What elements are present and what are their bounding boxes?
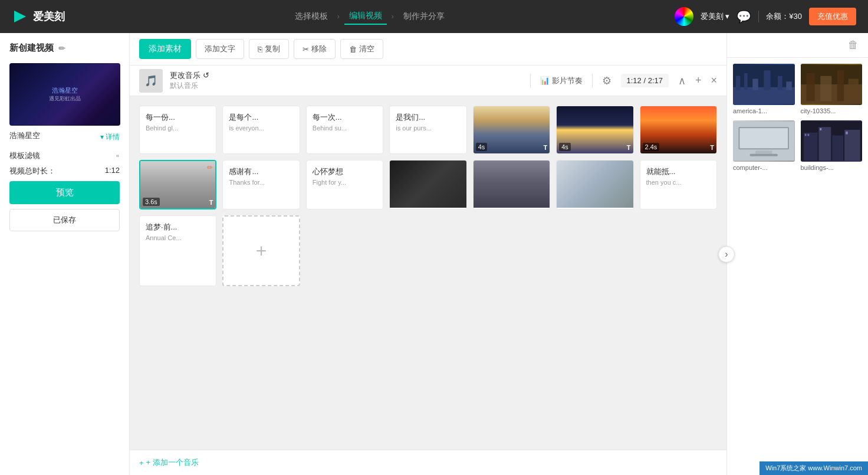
clip-card-13[interactable]	[556, 160, 633, 209]
music-subtitle: 默认音乐	[170, 81, 523, 91]
nav-arrow-2: ›	[392, 12, 394, 21]
avatar	[675, 7, 693, 26]
clip-text-4: 是我们... is our purs...	[390, 106, 466, 137]
filter-icon[interactable]: ⁌	[116, 152, 120, 160]
clip-en-3: Behind su...	[313, 125, 377, 132]
beat-button[interactable]: 📊 影片节奏	[540, 76, 583, 86]
clip-card-12[interactable]	[473, 160, 550, 209]
clip-card-14[interactable]: 就能抵... then you c...	[640, 160, 717, 209]
chevron-up-icon[interactable]: ∧	[678, 74, 686, 87]
clip-card-3[interactable]: 每一次... Behind su...	[306, 106, 383, 154]
balance: 余额：¥30	[766, 11, 802, 22]
clip-card-4[interactable]: 是我们... is our purs...	[389, 106, 466, 154]
username[interactable]: 爱美刻 ▾	[701, 11, 730, 22]
copy-button[interactable]: ⎘ 复制	[249, 39, 289, 59]
project-thumbnail: 浩瀚星空 遇见彩虹出品	[9, 63, 120, 126]
logo: 爱美刻	[12, 8, 65, 25]
svg-marker-0	[14, 11, 26, 22]
clip-card-1[interactable]: 每一份... Behind gl...	[139, 106, 216, 154]
clip-image-7: 2.4s T	[640, 106, 716, 153]
move-button[interactable]: ✂ 移除	[294, 39, 336, 59]
clip-card-8-selected[interactable]: ✏ 3.6s T	[139, 160, 216, 209]
clip-zh-14: 就能抵...	[646, 166, 711, 177]
clip-en-1: Behind gl...	[146, 125, 210, 132]
music-bar: 🎵 更改音乐 ↺ 默认音乐 📊 影片节奏 ⚙ 1:12 / 2:17 ∧ + ×	[130, 65, 726, 96]
right-item-city[interactable]: city-10335...	[801, 64, 863, 114]
chat-icon[interactable]: 💬	[737, 9, 751, 24]
saved-button[interactable]: 已保存	[9, 209, 120, 231]
clip-text-badge-6: T	[627, 144, 631, 151]
clip-zh-4: 是我们...	[396, 112, 460, 123]
watermark: Win7系统之家 www.Winwin7.com	[760, 461, 868, 475]
scroll-right-arrow[interactable]: ›	[718, 246, 735, 263]
clip-add-button[interactable]: +	[222, 215, 300, 286]
clip-text-14: 就能抵... then you c...	[640, 160, 716, 192]
right-item-america[interactable]: america-1...	[733, 64, 795, 114]
clip-card-7[interactable]: 2.4s T	[640, 106, 717, 154]
right-label-buildings: buildings-...	[801, 164, 863, 171]
add-plus-icon: +	[256, 240, 267, 262]
settings-icon: ⚙	[602, 74, 611, 87]
add-music-label: + 添加一个音乐	[146, 457, 199, 468]
clip-en-15: Annual Ce...	[146, 234, 210, 241]
clip-text-badge-5: T	[543, 144, 547, 151]
clip-zh-9: 感谢有...	[229, 166, 293, 177]
clip-image-8: ✏ 3.6s T	[140, 161, 215, 208]
clip-card-6[interactable]: 4s T	[556, 106, 633, 154]
svg-rect-6	[764, 70, 770, 90]
clip-card-10[interactable]: 心怀梦想 Fight for y...	[306, 160, 383, 209]
clip-text-9: 感谢有... Thanks for...	[223, 160, 299, 192]
delete-icon[interactable]: 🗑	[848, 39, 859, 51]
details-link[interactable]: ▾ 详情	[100, 132, 120, 142]
clip-en-14: then you c...	[646, 179, 711, 186]
nav-step-template[interactable]: 选择模板	[290, 9, 333, 24]
edit-icon[interactable]: ✏	[58, 44, 65, 53]
add-text-button[interactable]: 添加文字	[196, 39, 244, 59]
add-music-bar[interactable]: + + 添加一个音乐	[130, 450, 726, 475]
nav-step-edit[interactable]: 编辑视频	[344, 8, 387, 25]
close-icon[interactable]: ×	[711, 74, 717, 87]
toolbar: 添加素材 添加文字 ⎘ 复制 ✂ 移除 🗑 清空	[130, 33, 726, 65]
add-material-button[interactable]: 添加素材	[139, 39, 191, 59]
header: 爱美刻 选择模板 › 编辑视频 › 制作并分享 爱美刻 ▾ 💬 余额：¥30 充…	[0, 0, 868, 33]
svg-rect-28	[846, 132, 848, 135]
add-text-label: 添加文字	[205, 44, 235, 54]
svg-rect-24	[844, 130, 860, 160]
right-sidebar-grid: america-1... city-10335...	[727, 58, 868, 177]
duration-row: 视频总时长： 1:12	[9, 166, 120, 176]
center-content: 添加素材 添加文字 ⎘ 复制 ✂ 移除 🗑 清空 🎵 更改音乐 ↺	[130, 33, 726, 475]
svg-rect-14	[848, 79, 858, 101]
right-item-computer[interactable]: computer-...	[733, 120, 795, 171]
svg-rect-17	[739, 128, 788, 148]
clip-card-11[interactable]	[389, 160, 466, 209]
music-title: 更改音乐 ↺	[170, 70, 523, 81]
add-icon[interactable]: +	[695, 74, 702, 87]
clips-area: 每一份... Behind gl... 是每个... is everyon...…	[130, 96, 726, 450]
clip-card-5[interactable]: 4s T	[473, 106, 550, 154]
clip-duration-7: 2.4s	[643, 143, 660, 151]
svg-rect-21	[803, 133, 817, 161]
right-sidebar-header: 🗑	[727, 33, 868, 58]
clip-zh-2: 是每个...	[229, 112, 293, 123]
clip-card-2[interactable]: 是每个... is everyon...	[222, 106, 300, 154]
filter-label: 模板滤镜	[9, 150, 40, 161]
svg-rect-22	[818, 127, 831, 160]
right-item-buildings[interactable]: buildings-...	[801, 120, 863, 171]
clip-zh-15: 追梦·前...	[146, 222, 210, 232]
nav-step-share[interactable]: 制作并分享	[399, 9, 449, 24]
svg-rect-27	[820, 128, 821, 130]
svg-rect-8	[786, 81, 792, 90]
preview-button[interactable]: 预览	[9, 181, 120, 204]
nav-steps: 选择模板 › 编辑视频 › 制作并分享	[290, 8, 449, 25]
right-thumb-america	[733, 64, 795, 105]
clear-button[interactable]: 🗑 清空	[340, 39, 383, 59]
clip-card-15[interactable]: 追梦·前... Annual Ce...	[139, 215, 216, 286]
logo-icon	[12, 8, 28, 25]
thumb-overlay: 浩瀚星空 遇见彩虹出品	[49, 86, 81, 103]
nav-arrow-1: ›	[337, 12, 340, 21]
recharge-button[interactable]: 充值优惠	[809, 8, 856, 25]
move-icon: ✂	[303, 45, 309, 54]
clip-card-9[interactable]: 感谢有... Thanks for...	[222, 160, 300, 209]
duration-label: 视频总时长：	[9, 166, 55, 176]
clear-icon: 🗑	[349, 45, 357, 54]
